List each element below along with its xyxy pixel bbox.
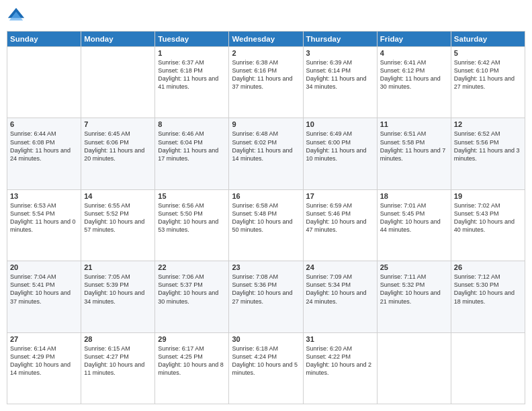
week-row-4: 20Sunrise: 7:04 AM Sunset: 5:41 PM Dayli… [7, 261, 525, 332]
day-cell: 11Sunrise: 6:51 AM Sunset: 5:58 PM Dayli… [377, 118, 451, 189]
day-number: 10 [306, 120, 374, 128]
day-detail: Sunrise: 6:44 AM Sunset: 6:08 PM Dayligh… [10, 130, 78, 163]
day-number: 15 [158, 192, 226, 200]
day-cell: 4Sunrise: 6:41 AM Sunset: 6:12 PM Daylig… [377, 47, 451, 118]
day-cell: 10Sunrise: 6:49 AM Sunset: 6:00 PM Dayli… [303, 118, 377, 189]
day-cell: 9Sunrise: 6:48 AM Sunset: 6:02 PM Daylig… [229, 118, 303, 189]
day-cell: 5Sunrise: 6:42 AM Sunset: 6:10 PM Daylig… [451, 47, 525, 118]
day-detail: Sunrise: 6:38 AM Sunset: 6:16 PM Dayligh… [232, 58, 300, 91]
day-number: 18 [380, 192, 448, 200]
day-detail: Sunrise: 7:06 AM Sunset: 5:37 PM Dayligh… [158, 273, 226, 306]
day-detail: Sunrise: 6:55 AM Sunset: 5:52 PM Dayligh… [84, 201, 152, 234]
day-number: 8 [158, 120, 226, 128]
weekday-header-row: SundayMondayTuesdayWednesdayThursdayFrid… [7, 32, 525, 47]
day-detail: Sunrise: 7:12 AM Sunset: 5:30 PM Dayligh… [454, 273, 522, 306]
day-number: 17 [306, 192, 374, 200]
day-detail: Sunrise: 7:05 AM Sunset: 5:39 PM Dayligh… [84, 273, 152, 306]
day-cell: 6Sunrise: 6:44 AM Sunset: 6:08 PM Daylig… [7, 118, 81, 189]
day-detail: Sunrise: 6:39 AM Sunset: 6:14 PM Dayligh… [306, 58, 374, 91]
day-detail: Sunrise: 6:51 AM Sunset: 5:58 PM Dayligh… [380, 130, 448, 163]
day-cell: 15Sunrise: 6:56 AM Sunset: 5:50 PM Dayli… [155, 189, 229, 261]
day-number: 25 [380, 263, 448, 271]
day-cell: 14Sunrise: 6:55 AM Sunset: 5:52 PM Dayli… [81, 189, 155, 261]
weekday-header-monday: Monday [81, 32, 155, 47]
day-number: 26 [454, 263, 522, 271]
day-number: 14 [84, 192, 152, 200]
day-detail: Sunrise: 7:02 AM Sunset: 5:43 PM Dayligh… [454, 201, 522, 234]
day-detail: Sunrise: 7:04 AM Sunset: 5:41 PM Dayligh… [10, 273, 78, 306]
day-cell: 22Sunrise: 7:06 AM Sunset: 5:37 PM Dayli… [155, 261, 229, 332]
day-number: 29 [158, 335, 226, 343]
day-number: 23 [232, 263, 300, 271]
day-cell [377, 332, 451, 404]
day-cell [7, 47, 81, 118]
day-detail: Sunrise: 6:58 AM Sunset: 5:48 PM Dayligh… [232, 201, 300, 234]
day-number: 12 [454, 120, 522, 128]
header [7, 7, 525, 26]
day-number: 3 [306, 49, 374, 57]
weekday-header-tuesday: Tuesday [155, 32, 229, 47]
day-number: 19 [454, 192, 522, 200]
day-number: 7 [84, 120, 152, 128]
day-cell: 29Sunrise: 6:17 AM Sunset: 4:25 PM Dayli… [155, 332, 229, 404]
day-number: 24 [306, 263, 374, 271]
day-number: 21 [84, 263, 152, 271]
day-cell [451, 332, 525, 404]
day-detail: Sunrise: 6:46 AM Sunset: 6:04 PM Dayligh… [158, 130, 226, 163]
day-cell: 30Sunrise: 6:18 AM Sunset: 4:24 PM Dayli… [229, 332, 303, 404]
day-cell: 31Sunrise: 6:20 AM Sunset: 4:22 PM Dayli… [303, 332, 377, 404]
day-detail: Sunrise: 6:14 AM Sunset: 4:29 PM Dayligh… [10, 345, 78, 377]
day-cell: 23Sunrise: 7:08 AM Sunset: 5:36 PM Dayli… [229, 261, 303, 332]
day-detail: Sunrise: 6:59 AM Sunset: 5:46 PM Dayligh… [306, 201, 374, 234]
day-cell: 7Sunrise: 6:45 AM Sunset: 6:06 PM Daylig… [81, 118, 155, 189]
day-number: 30 [232, 335, 300, 343]
day-cell: 3Sunrise: 6:39 AM Sunset: 6:14 PM Daylig… [303, 47, 377, 118]
day-detail: Sunrise: 6:56 AM Sunset: 5:50 PM Dayligh… [158, 201, 226, 234]
day-number: 1 [158, 49, 226, 57]
day-number: 9 [232, 120, 300, 128]
day-cell: 17Sunrise: 6:59 AM Sunset: 5:46 PM Dayli… [303, 189, 377, 261]
day-cell: 16Sunrise: 6:58 AM Sunset: 5:48 PM Dayli… [229, 189, 303, 261]
day-cell: 18Sunrise: 7:01 AM Sunset: 5:45 PM Dayli… [377, 189, 451, 261]
day-number: 13 [10, 192, 78, 200]
day-cell [81, 47, 155, 118]
day-cell: 28Sunrise: 6:15 AM Sunset: 4:27 PM Dayli… [81, 332, 155, 404]
day-cell: 20Sunrise: 7:04 AM Sunset: 5:41 PM Dayli… [7, 261, 81, 332]
day-detail: Sunrise: 6:18 AM Sunset: 4:24 PM Dayligh… [232, 345, 300, 377]
week-row-3: 13Sunrise: 6:53 AM Sunset: 5:54 PM Dayli… [7, 189, 525, 261]
day-cell: 13Sunrise: 6:53 AM Sunset: 5:54 PM Dayli… [7, 189, 81, 261]
day-number: 20 [10, 263, 78, 271]
week-row-2: 6Sunrise: 6:44 AM Sunset: 6:08 PM Daylig… [7, 118, 525, 189]
day-detail: Sunrise: 6:42 AM Sunset: 6:10 PM Dayligh… [454, 58, 522, 91]
day-cell: 24Sunrise: 7:09 AM Sunset: 5:34 PM Dayli… [303, 261, 377, 332]
day-number: 31 [306, 335, 374, 343]
day-number: 5 [454, 49, 522, 57]
day-detail: Sunrise: 6:48 AM Sunset: 6:02 PM Dayligh… [232, 130, 300, 163]
day-cell: 27Sunrise: 6:14 AM Sunset: 4:29 PM Dayli… [7, 332, 81, 404]
day-detail: Sunrise: 6:37 AM Sunset: 6:18 PM Dayligh… [158, 58, 226, 91]
day-number: 11 [380, 120, 448, 128]
day-cell: 12Sunrise: 6:52 AM Sunset: 5:56 PM Dayli… [451, 118, 525, 189]
day-detail: Sunrise: 6:41 AM Sunset: 6:12 PM Dayligh… [380, 58, 448, 91]
day-cell: 2Sunrise: 6:38 AM Sunset: 6:16 PM Daylig… [229, 47, 303, 118]
calendar-table: SundayMondayTuesdayWednesdayThursdayFrid… [7, 31, 525, 404]
day-number: 22 [158, 263, 226, 271]
day-detail: Sunrise: 7:01 AM Sunset: 5:45 PM Dayligh… [380, 201, 448, 234]
day-detail: Sunrise: 6:17 AM Sunset: 4:25 PM Dayligh… [158, 345, 226, 377]
weekday-header-wednesday: Wednesday [229, 32, 303, 47]
day-detail: Sunrise: 6:53 AM Sunset: 5:54 PM Dayligh… [10, 201, 78, 234]
page: SundayMondayTuesdayWednesdayThursdayFrid… [0, 0, 532, 411]
week-row-1: 1Sunrise: 6:37 AM Sunset: 6:18 PM Daylig… [7, 47, 525, 118]
day-cell: 25Sunrise: 7:11 AM Sunset: 5:32 PM Dayli… [377, 261, 451, 332]
day-cell: 1Sunrise: 6:37 AM Sunset: 6:18 PM Daylig… [155, 47, 229, 118]
day-number: 2 [232, 49, 300, 57]
day-cell: 26Sunrise: 7:12 AM Sunset: 5:30 PM Dayli… [451, 261, 525, 332]
week-row-5: 27Sunrise: 6:14 AM Sunset: 4:29 PM Dayli… [7, 332, 525, 404]
logo [7, 7, 28, 26]
day-detail: Sunrise: 6:45 AM Sunset: 6:06 PM Dayligh… [84, 130, 152, 163]
day-detail: Sunrise: 6:15 AM Sunset: 4:27 PM Dayligh… [84, 345, 152, 377]
day-number: 16 [232, 192, 300, 200]
weekday-header-friday: Friday [377, 32, 451, 47]
day-detail: Sunrise: 6:52 AM Sunset: 5:56 PM Dayligh… [454, 130, 522, 163]
weekday-header-thursday: Thursday [303, 32, 377, 47]
